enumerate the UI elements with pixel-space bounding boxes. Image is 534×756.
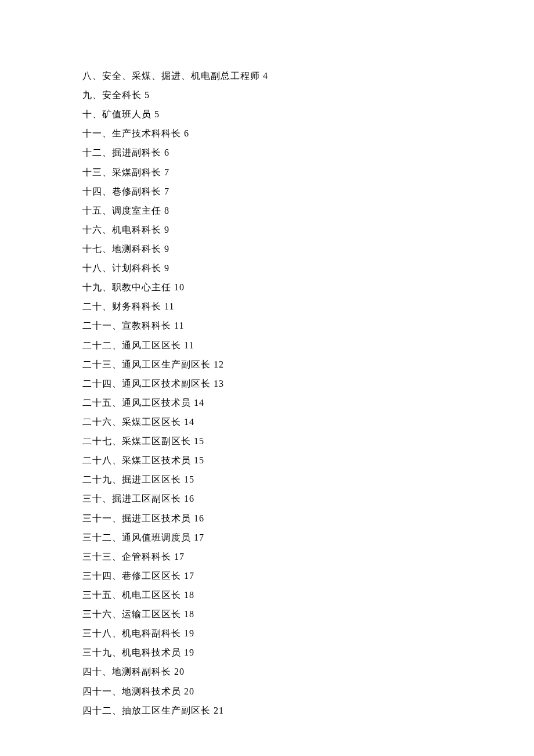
- toc-line: 十八、计划科科长 9: [82, 258, 534, 278]
- toc-line: 十五、调度室主任 8: [82, 201, 534, 220]
- toc-line: 二十五、通风工区技术员 14: [82, 393, 534, 412]
- toc-line: 三十九、机电科技术员 19: [82, 643, 534, 662]
- toc-line: 十九、职教中心主任 10: [82, 278, 534, 297]
- toc-line: 二十、财务科科长 11: [82, 297, 534, 316]
- document-content: 八、安全、采煤、掘进、机电副总工程师 4九、安全科长 5十、矿值班人员 5十一、…: [82, 66, 534, 720]
- toc-line: 三十一、掘进工区技术员 16: [82, 509, 534, 528]
- toc-line: 二十六、采煤工区区长 14: [82, 412, 534, 431]
- toc-line: 十二、掘进副科长 6: [82, 143, 534, 162]
- toc-line: 二十九、掘进工区区长 15: [82, 470, 534, 489]
- toc-line: 二十七、采煤工区副区长 15: [82, 431, 534, 451]
- toc-line: 四十二、抽放工区生产副区长 21: [82, 701, 534, 720]
- toc-line: 十、矿值班人员 5: [82, 105, 534, 124]
- toc-line: 四十一、地测科技术员 20: [82, 682, 534, 701]
- toc-line: 十四、巷修副科长 7: [82, 182, 534, 201]
- toc-line: 三十三、企管科科长 17: [82, 547, 534, 566]
- toc-line: 九、安全科长 5: [82, 85, 534, 105]
- toc-line: 三十八、机电科副科长 19: [82, 624, 534, 643]
- toc-line: 十七、地测科科长 9: [82, 239, 534, 258]
- toc-line: 二十三、通风工区生产副区长 12: [82, 355, 534, 374]
- toc-line: 二十二、通风工区区长 11: [82, 336, 534, 355]
- toc-line: 三十五、机电工区区长 18: [82, 585, 534, 604]
- toc-line: 四十、地测科副科长 20: [82, 662, 534, 681]
- toc-line: 二十一、宣教科科长 11: [82, 316, 534, 335]
- toc-line: 三十二、通风值班调度员 17: [82, 528, 534, 547]
- toc-line: 十六、机电科科长 9: [82, 220, 534, 239]
- toc-line: 十三、采煤副科长 7: [82, 163, 534, 182]
- toc-line: 三十四、巷修工区区长 17: [82, 566, 534, 585]
- toc-line: 二十八、采煤工区技术员 15: [82, 451, 534, 470]
- toc-line: 八、安全、采煤、掘进、机电副总工程师 4: [82, 66, 534, 85]
- toc-line: 三十、掘进工区副区长 16: [82, 489, 534, 508]
- toc-line: 十一、生产技术科科长 6: [82, 124, 534, 143]
- toc-line: 二十四、通风工区技术副区长 13: [82, 374, 534, 393]
- toc-line: 三十六、运输工区区长 18: [82, 604, 534, 624]
